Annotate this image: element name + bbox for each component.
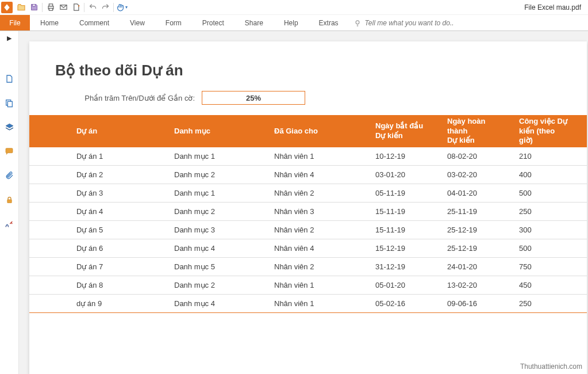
- col-category: Danh mục: [174, 127, 260, 136]
- cell-project: Dự án 5: [70, 226, 167, 234]
- hand-tool-icon[interactable]: ▾: [116, 1, 128, 14]
- cell-hours: 250: [512, 299, 575, 308]
- tab-protect[interactable]: Protect: [192, 15, 235, 30]
- cell-hours: 500: [512, 244, 575, 253]
- tab-view[interactable]: View: [120, 15, 155, 30]
- pages-thumbnail-icon[interactable]: [3, 97, 15, 109]
- col-end: Ngày hoàn thành Dự kiến: [447, 117, 505, 146]
- project-table: Dự án Danh mục Đã Giao cho Ngày bắt đầu …: [29, 115, 587, 313]
- tab-extras[interactable]: Extras: [309, 15, 349, 30]
- tab-form[interactable]: Form: [155, 15, 192, 30]
- ribbon-tabs: File Home Comment View Form Protect Shar…: [0, 15, 588, 31]
- svg-rect-7: [7, 101, 12, 106]
- cell-end: 25-11-19: [440, 207, 512, 216]
- cell-assigned: Nhân viên 1: [267, 152, 368, 161]
- col-hours: Công việc Dự kiến (theo giờ): [519, 117, 568, 146]
- cell-project: Dự án 7: [70, 262, 167, 271]
- cell-start: 05-01-20: [368, 281, 440, 289]
- table-row: Dự án 6Danh mục 4Nhân viên 415-12-1925-1…: [29, 239, 587, 258]
- save-icon[interactable]: [28, 1, 40, 14]
- tell-me-search[interactable]: [349, 15, 485, 30]
- cell-assigned: Nhân viên 2: [267, 226, 368, 234]
- print-icon[interactable]: [44, 1, 57, 14]
- separator: [113, 3, 114, 12]
- tab-share[interactable]: Share: [235, 15, 274, 30]
- lightbulb-icon: [353, 19, 362, 27]
- comment-icon[interactable]: [3, 146, 15, 157]
- cell-start: 03-01-20: [368, 170, 440, 179]
- cell-end: 09-06-16: [440, 299, 512, 308]
- undo-icon[interactable]: [86, 1, 99, 14]
- cell-assigned: Nhân viên 1: [267, 299, 368, 308]
- tab-comment[interactable]: Comment: [69, 15, 120, 30]
- cell-category: Danh mục 4: [167, 244, 267, 253]
- cell-end: 04-01-20: [440, 189, 512, 197]
- attachment-icon[interactable]: [3, 170, 15, 181]
- new-file-icon[interactable]: [70, 1, 82, 14]
- table-body: Dự án 1Danh mục 1Nhân viên 110-12-1908-0…: [29, 147, 587, 313]
- cell-start: 15-12-19: [368, 244, 440, 253]
- redo-icon[interactable]: [99, 1, 112, 14]
- cell-category: Danh mục 2: [167, 207, 267, 216]
- tell-me-input[interactable]: [365, 19, 480, 27]
- open-folder-icon[interactable]: [15, 1, 28, 14]
- tab-home[interactable]: Home: [30, 15, 69, 30]
- cell-start: 05-11-19: [368, 189, 440, 197]
- cell-category: Danh mục 5: [167, 262, 267, 271]
- separator: [42, 3, 43, 12]
- cell-assigned: Nhân viên 2: [267, 189, 368, 197]
- cell-end: 08-02-20: [440, 152, 512, 161]
- table-row: Dự án 7Danh mục 5Nhân viên 231-12-1924-0…: [29, 258, 587, 276]
- tab-help[interactable]: Help: [274, 15, 309, 30]
- table-row: Dự án 8Danh mục 2Nhân viên 105-01-2013-0…: [29, 276, 587, 295]
- table-header: Dự án Danh mục Đã Giao cho Ngày bắt đầu …: [29, 115, 587, 147]
- window-title: File Excel mau.pdf: [524, 3, 587, 12]
- cell-category: Danh mục 2: [167, 170, 267, 179]
- cell-hours: 450: [512, 281, 575, 289]
- col-start: Ngày bắt đầu Dự kiến: [375, 121, 433, 141]
- cell-end: 24-01-20: [440, 262, 512, 271]
- separator: [84, 3, 84, 12]
- table-row: Dự án 5Danh mục 3Nhân viên 215-11-1925-1…: [29, 221, 587, 239]
- table-row: Dự án 3Danh mục 1Nhân viên 205-11-1904-0…: [29, 184, 587, 203]
- signature-icon[interactable]: [3, 218, 15, 230]
- cell-start: 10-12-19: [368, 152, 440, 161]
- cell-project: Dự án 6: [70, 244, 167, 253]
- layers-icon[interactable]: [3, 121, 15, 133]
- col-assigned: Đã Giao cho: [274, 127, 362, 136]
- svg-rect-0: [32, 5, 35, 6]
- document-canvas[interactable]: Bộ theo dõi Dự án Phần trăm Trên/Dưới để…: [19, 31, 588, 374]
- email-icon[interactable]: [57, 1, 70, 14]
- app-logo-icon[interactable]: [1, 2, 13, 13]
- percent-flag-row: Phần trăm Trên/Dưới để Gắn cờ: 25%: [55, 91, 587, 105]
- cell-end: 25-12-19: [440, 226, 512, 234]
- cell-project: Dự án 4: [70, 207, 167, 216]
- cell-category: Danh mục 4: [167, 299, 267, 308]
- expand-sidebar-icon[interactable]: ▶: [7, 35, 11, 42]
- tab-file[interactable]: File: [0, 15, 30, 30]
- security-icon[interactable]: [3, 194, 15, 205]
- percent-label: Phần trăm Trên/Dưới để Gắn cờ:: [55, 94, 202, 102]
- cell-hours: 400: [512, 170, 575, 179]
- doc-title: Bộ theo dõi Dự án: [55, 62, 587, 79]
- cell-category: Danh mục 3: [167, 226, 267, 234]
- svg-rect-8: [6, 148, 13, 153]
- cell-project: Dự án 8: [70, 281, 167, 289]
- svg-rect-9: [7, 199, 11, 203]
- cell-start: 15-11-19: [368, 207, 440, 216]
- main-area: ▶ Bộ theo dõi Dự án Phần trăm Trên/Dưới …: [0, 31, 588, 374]
- cell-assigned: Nhân viên 2: [267, 262, 368, 271]
- table-row: Dự án 2Danh mục 2Nhân viên 403-01-2003-0…: [29, 166, 587, 184]
- cell-category: Danh mục 2: [167, 281, 267, 289]
- cell-end: 25-12-19: [440, 244, 512, 253]
- cell-project: Dự án 1: [70, 152, 167, 161]
- svg-rect-3: [49, 8, 52, 10]
- pdf-page: Bộ theo dõi Dự án Phần trăm Trên/Dưới để…: [29, 41, 587, 374]
- cell-project: Dự án 2: [70, 170, 167, 179]
- table-row: dự án 9Danh mục 4Nhân viên 105-02-1609-0…: [29, 295, 587, 313]
- watermark: Thuthuattienich.com: [520, 362, 582, 371]
- cell-start: 31-12-19: [368, 262, 440, 271]
- page-icon[interactable]: [3, 73, 15, 85]
- cell-hours: 210: [512, 152, 575, 161]
- svg-point-5: [356, 20, 359, 24]
